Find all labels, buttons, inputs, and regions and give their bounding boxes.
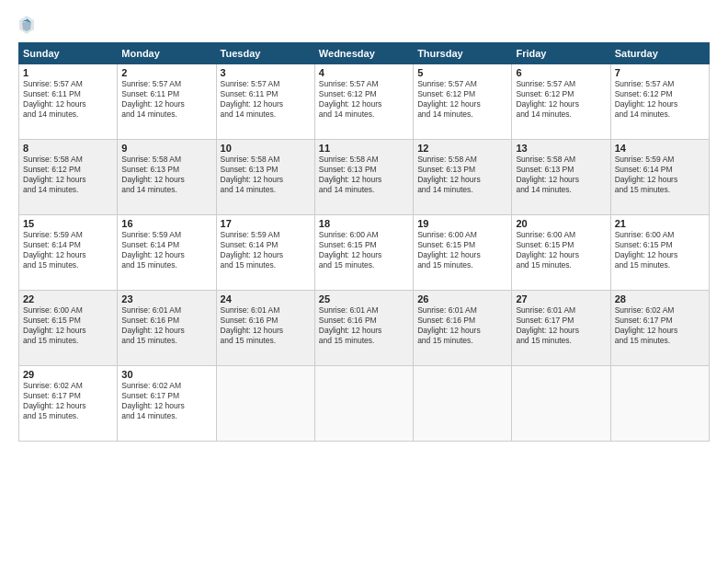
day-info: Sunrise: 6:01 AMSunset: 6:17 PMDaylight:… [516, 305, 606, 346]
calendar-cell [512, 366, 610, 442]
day-number: 30 [121, 369, 211, 380]
calendar-cell: 24Sunrise: 6:01 AMSunset: 6:16 PMDayligh… [216, 291, 314, 366]
day-info: Sunrise: 5:58 AMSunset: 6:13 PMDaylight:… [319, 155, 409, 195]
day-number: 22 [23, 293, 113, 304]
day-of-week-header: Tuesday [216, 43, 314, 64]
header [18, 15, 710, 35]
day-number: 24 [221, 293, 311, 304]
calendar-cell [610, 366, 709, 442]
day-info: Sunrise: 6:01 AMSunset: 6:16 PMDaylight:… [319, 305, 409, 346]
day-number: 28 [615, 293, 705, 304]
day-info: Sunrise: 5:58 AMSunset: 6:13 PMDaylight:… [417, 155, 507, 195]
day-info: Sunrise: 5:58 AMSunset: 6:13 PMDaylight:… [516, 155, 606, 195]
calendar-cell: 10Sunrise: 5:58 AMSunset: 6:13 PMDayligh… [216, 140, 314, 215]
calendar-cell: 20Sunrise: 6:00 AMSunset: 6:15 PMDayligh… [512, 215, 610, 291]
day-info: Sunrise: 6:02 AMSunset: 6:17 PMDaylight:… [615, 305, 705, 346]
calendar: SundayMondayTuesdayWednesdayThursdayFrid… [18, 42, 710, 442]
day-number: 7 [615, 67, 705, 78]
day-number: 13 [516, 143, 606, 154]
day-number: 6 [516, 67, 606, 78]
day-info: Sunrise: 5:59 AMSunset: 6:14 PMDaylight:… [221, 230, 311, 270]
day-number: 15 [23, 218, 113, 229]
day-info: Sunrise: 6:00 AMSunset: 6:15 PMDaylight:… [417, 230, 507, 270]
day-number: 2 [121, 67, 211, 78]
day-info: Sunrise: 5:59 AMSunset: 6:14 PMDaylight:… [121, 230, 211, 270]
day-number: 1 [23, 67, 113, 78]
calendar-cell: 6Sunrise: 5:57 AMSunset: 6:12 PMDaylight… [512, 64, 610, 140]
day-number: 14 [615, 143, 705, 154]
day-number: 3 [221, 67, 311, 78]
calendar-cell: 2Sunrise: 5:57 AMSunset: 6:11 PMDaylight… [118, 64, 216, 140]
day-number: 8 [23, 143, 113, 154]
day-info: Sunrise: 5:57 AMSunset: 6:12 PMDaylight:… [417, 79, 507, 120]
day-of-week-header: Saturday [610, 43, 709, 64]
calendar-cell: 23Sunrise: 6:01 AMSunset: 6:16 PMDayligh… [118, 291, 216, 366]
day-number: 12 [417, 143, 507, 154]
day-number: 17 [221, 218, 311, 229]
day-info: Sunrise: 6:02 AMSunset: 6:17 PMDaylight:… [23, 381, 113, 421]
page: SundayMondayTuesdayWednesdayThursdayFrid… [0, 0, 728, 563]
day-number: 26 [417, 293, 507, 304]
calendar-cell: 16Sunrise: 5:59 AMSunset: 6:14 PMDayligh… [118, 215, 216, 291]
logo [18, 15, 39, 35]
calendar-cell: 25Sunrise: 6:01 AMSunset: 6:16 PMDayligh… [314, 291, 413, 366]
calendar-cell: 19Sunrise: 6:00 AMSunset: 6:15 PMDayligh… [414, 215, 512, 291]
calendar-cell: 26Sunrise: 6:01 AMSunset: 6:16 PMDayligh… [414, 291, 512, 366]
day-info: Sunrise: 6:01 AMSunset: 6:16 PMDaylight:… [417, 305, 507, 346]
day-info: Sunrise: 5:57 AMSunset: 6:11 PMDaylight:… [23, 79, 113, 120]
calendar-cell: 13Sunrise: 5:58 AMSunset: 6:13 PMDayligh… [512, 140, 610, 215]
day-number: 21 [615, 218, 705, 229]
day-info: Sunrise: 6:00 AMSunset: 6:15 PMDaylight:… [615, 230, 705, 270]
day-info: Sunrise: 6:02 AMSunset: 6:17 PMDaylight:… [121, 381, 211, 421]
day-number: 27 [516, 293, 606, 304]
day-info: Sunrise: 5:57 AMSunset: 6:11 PMDaylight:… [121, 79, 211, 120]
calendar-cell [414, 366, 512, 442]
day-info: Sunrise: 5:57 AMSunset: 6:12 PMDaylight:… [615, 79, 705, 120]
day-of-week-header: Friday [512, 43, 610, 64]
calendar-cell: 5Sunrise: 5:57 AMSunset: 6:12 PMDaylight… [414, 64, 512, 140]
calendar-cell: 21Sunrise: 6:00 AMSunset: 6:15 PMDayligh… [610, 215, 709, 291]
day-info: Sunrise: 5:59 AMSunset: 6:14 PMDaylight:… [23, 230, 113, 270]
day-number: 29 [23, 369, 113, 380]
calendar-cell: 30Sunrise: 6:02 AMSunset: 6:17 PMDayligh… [118, 366, 216, 442]
calendar-cell: 22Sunrise: 6:00 AMSunset: 6:15 PMDayligh… [19, 291, 118, 366]
calendar-cell: 1Sunrise: 5:57 AMSunset: 6:11 PMDaylight… [19, 64, 118, 140]
day-info: Sunrise: 5:57 AMSunset: 6:12 PMDaylight:… [516, 79, 606, 120]
day-info: Sunrise: 5:58 AMSunset: 6:12 PMDaylight:… [23, 155, 113, 195]
day-info: Sunrise: 5:57 AMSunset: 6:11 PMDaylight:… [221, 79, 311, 120]
day-info: Sunrise: 6:01 AMSunset: 6:16 PMDaylight:… [121, 305, 211, 346]
calendar-cell: 3Sunrise: 5:57 AMSunset: 6:11 PMDaylight… [216, 64, 314, 140]
calendar-cell: 12Sunrise: 5:58 AMSunset: 6:13 PMDayligh… [414, 140, 512, 215]
calendar-cell: 18Sunrise: 6:00 AMSunset: 6:15 PMDayligh… [314, 215, 413, 291]
day-number: 16 [121, 218, 211, 229]
calendar-cell: 29Sunrise: 6:02 AMSunset: 6:17 PMDayligh… [19, 366, 118, 442]
calendar-cell: 15Sunrise: 5:59 AMSunset: 6:14 PMDayligh… [19, 215, 118, 291]
day-of-week-header: Sunday [19, 43, 118, 64]
calendar-cell [216, 366, 314, 442]
calendar-cell [314, 366, 413, 442]
day-number: 20 [516, 218, 606, 229]
logo-icon [18, 15, 35, 35]
day-info: Sunrise: 6:00 AMSunset: 6:15 PMDaylight:… [23, 305, 113, 346]
calendar-cell: 4Sunrise: 5:57 AMSunset: 6:12 PMDaylight… [314, 64, 413, 140]
day-of-week-header: Wednesday [314, 43, 413, 64]
day-number: 18 [319, 218, 409, 229]
day-of-week-header: Thursday [414, 43, 512, 64]
day-info: Sunrise: 6:00 AMSunset: 6:15 PMDaylight:… [319, 230, 409, 270]
calendar-cell: 7Sunrise: 5:57 AMSunset: 6:12 PMDaylight… [610, 64, 709, 140]
day-number: 11 [319, 143, 409, 154]
day-number: 23 [121, 293, 211, 304]
day-number: 25 [319, 293, 409, 304]
calendar-cell: 28Sunrise: 6:02 AMSunset: 6:17 PMDayligh… [610, 291, 709, 366]
calendar-cell: 11Sunrise: 5:58 AMSunset: 6:13 PMDayligh… [314, 140, 413, 215]
day-info: Sunrise: 5:59 AMSunset: 6:14 PMDaylight:… [615, 155, 705, 195]
calendar-cell: 17Sunrise: 5:59 AMSunset: 6:14 PMDayligh… [216, 215, 314, 291]
day-info: Sunrise: 6:01 AMSunset: 6:16 PMDaylight:… [221, 305, 311, 346]
day-number: 19 [417, 218, 507, 229]
calendar-cell: 27Sunrise: 6:01 AMSunset: 6:17 PMDayligh… [512, 291, 610, 366]
day-number: 9 [121, 143, 211, 154]
day-of-week-header: Monday [118, 43, 216, 64]
day-info: Sunrise: 6:00 AMSunset: 6:15 PMDaylight:… [516, 230, 606, 270]
day-info: Sunrise: 5:58 AMSunset: 6:13 PMDaylight:… [121, 155, 211, 195]
day-info: Sunrise: 5:57 AMSunset: 6:12 PMDaylight:… [319, 79, 409, 120]
